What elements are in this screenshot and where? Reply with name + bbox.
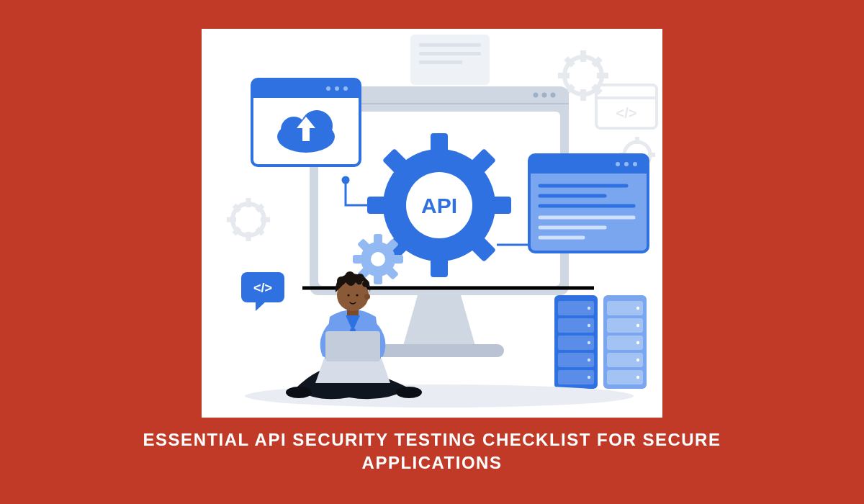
server-rack-icon: [554, 295, 647, 389]
svg-point-100: [636, 359, 639, 361]
cloud-upload-window-icon: [252, 79, 360, 166]
code-bubble-icon: </>: [241, 272, 284, 311]
svg-point-116: [356, 294, 358, 296]
svg-rect-26: [419, 60, 462, 64]
svg-point-33: [542, 93, 547, 98]
api-illustration: </>: [202, 29, 662, 418]
svg-point-32: [551, 93, 556, 98]
svg-point-112: [356, 274, 364, 282]
svg-point-103: [396, 387, 422, 398]
svg-point-89: [588, 359, 590, 361]
svg-point-102: [286, 387, 312, 398]
svg-point-97: [636, 307, 639, 310]
svg-point-101: [636, 376, 639, 379]
svg-rect-24: [419, 43, 481, 47]
code-panel-icon: [529, 155, 648, 252]
svg-rect-25: [419, 52, 481, 55]
code-glyph: </>: [253, 281, 272, 295]
bg-document-icon: [410, 35, 490, 85]
svg-point-70: [633, 162, 637, 166]
svg-point-114: [364, 294, 370, 300]
svg-point-115: [347, 294, 349, 296]
svg-point-36: [343, 177, 348, 183]
svg-point-62: [335, 86, 339, 91]
svg-point-86: [588, 307, 590, 310]
svg-point-98: [636, 324, 639, 327]
svg-point-34: [534, 93, 539, 98]
code-glyph: </>: [616, 105, 637, 121]
svg-point-87: [588, 324, 590, 327]
illustration-card: </>: [202, 29, 662, 418]
svg-rect-107: [325, 331, 380, 361]
svg-point-113: [362, 280, 369, 287]
svg-rect-69: [529, 168, 648, 174]
bg-gear-icon: [227, 198, 270, 241]
svg-point-99: [636, 341, 639, 344]
svg-rect-23: [410, 35, 490, 85]
svg-point-88: [588, 341, 590, 344]
gear-label: API: [421, 194, 457, 217]
svg-point-63: [326, 86, 330, 91]
svg-point-61: [343, 86, 348, 91]
svg-point-57: [371, 252, 385, 266]
svg-point-72: [616, 162, 620, 166]
hero-banner: </>: [0, 0, 864, 504]
svg-point-111: [345, 271, 355, 282]
svg-point-110: [337, 276, 346, 285]
hero-caption: Essential API Security Testing Checklist…: [0, 428, 864, 475]
laptop-icon: [315, 331, 390, 383]
svg-rect-60: [252, 92, 360, 98]
svg-point-71: [624, 162, 629, 166]
svg-point-90: [588, 376, 590, 379]
svg-rect-35: [374, 344, 504, 357]
bg-code-window-icon: </>: [596, 85, 657, 128]
